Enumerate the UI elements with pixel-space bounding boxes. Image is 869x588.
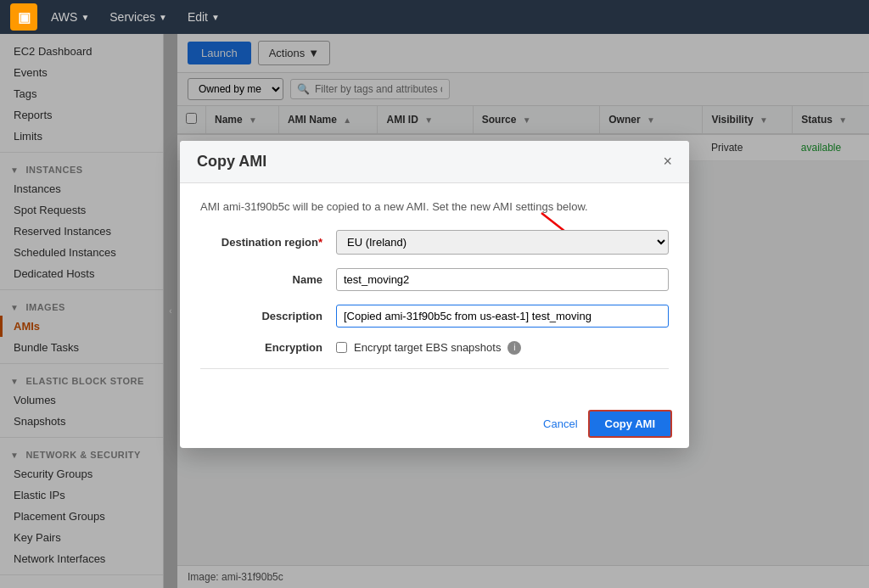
nav-aws[interactable]: AWS ▼ <box>44 10 96 24</box>
info-icon[interactable]: i <box>507 341 521 355</box>
encryption-checkbox-label: Encrypt target EBS snapshots <box>354 341 501 354</box>
description-input[interactable] <box>336 305 669 328</box>
modal-header: Copy AMI × <box>180 141 689 183</box>
encryption-checkbox-row: Encrypt target EBS snapshots i <box>336 341 521 355</box>
modal-close-button[interactable]: × <box>663 154 672 169</box>
encryption-checkbox[interactable] <box>336 342 347 353</box>
modal-info-container: AMI ami-31f90b5c will be copied to a new… <box>200 200 669 213</box>
modal-body: AMI ami-31f90b5c will be copied to a new… <box>180 183 689 400</box>
description-label: Description <box>200 310 336 322</box>
modal-overlay: Copy AMI × AMI ami-31f90b5c will be copi… <box>0 0 869 588</box>
modal-title: Copy AMI <box>197 153 266 171</box>
copy-ami-modal: Copy AMI × AMI ami-31f90b5c will be copi… <box>180 141 689 448</box>
destination-region-label: Destination region* <box>200 236 336 249</box>
nav-edit[interactable]: Edit ▼ <box>181 10 227 24</box>
encryption-row: Encryption Encrypt target EBS snapshots … <box>200 341 669 355</box>
modal-footer: Cancel Copy AMI <box>180 400 689 448</box>
copy-ami-button[interactable]: Copy AMI <box>588 410 672 438</box>
modal-divider <box>200 368 669 369</box>
name-label: Name <box>200 273 336 286</box>
modal-info-text: AMI ami-31f90b5c will be copied to a new… <box>200 200 669 213</box>
top-nav: ▣ AWS ▼ Services ▼ Edit ▼ <box>0 0 869 34</box>
destination-region-row: Destination region* US East (N. Virginia… <box>200 230 669 255</box>
region-select-wrapper: US East (N. Virginia) US West (Oregon) U… <box>336 230 669 255</box>
name-input[interactable] <box>336 268 669 291</box>
destination-region-select[interactable]: US East (N. Virginia) US West (Oregon) U… <box>336 230 669 255</box>
nav-services[interactable]: Services ▼ <box>103 10 174 24</box>
description-row: Description <box>200 305 669 328</box>
aws-logo: ▣ <box>10 3 37 31</box>
cancel-button[interactable]: Cancel <box>543 417 577 430</box>
encryption-label: Encryption <box>200 341 336 354</box>
name-row: Name <box>200 268 669 291</box>
